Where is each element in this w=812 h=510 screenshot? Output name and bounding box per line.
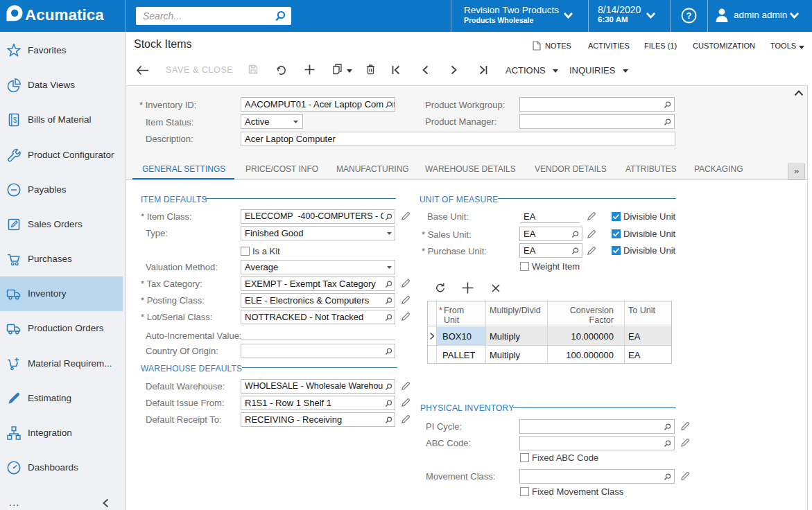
- svg-text:$: $: [13, 116, 17, 124]
- svg-text:?: ?: [686, 10, 692, 21]
